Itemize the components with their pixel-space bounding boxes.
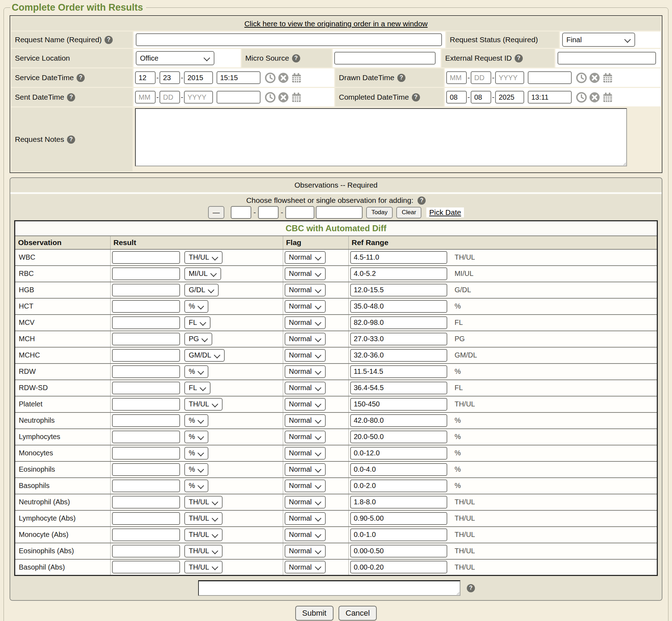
result-input[interactable] xyxy=(112,447,180,460)
result-unit-select[interactable]: TH/UL xyxy=(184,251,223,264)
observation-add-help-icon[interactable]: ? xyxy=(467,584,475,592)
external-request-id-input[interactable] xyxy=(558,52,656,65)
drawn-datetime-clock-icon[interactable] xyxy=(576,72,587,83)
result-input[interactable] xyxy=(112,479,180,492)
result-unit-select[interactable]: FL xyxy=(184,382,210,394)
sent-datetime-clear-icon[interactable] xyxy=(278,92,289,103)
sent-datetime-day-input[interactable] xyxy=(159,91,180,104)
pick-date-link[interactable]: Pick Date xyxy=(426,207,464,217)
completed-datetime-year-input[interactable] xyxy=(495,91,524,104)
remove-flowsheet-button[interactable]: — xyxy=(208,206,224,219)
external-request-id-help-icon[interactable]: ? xyxy=(515,54,523,62)
flag-select[interactable]: Normal xyxy=(285,431,326,443)
flag-select[interactable]: Normal xyxy=(285,300,326,313)
result-input[interactable] xyxy=(112,561,180,573)
result-unit-select[interactable]: FL xyxy=(184,316,210,329)
result-input[interactable] xyxy=(112,267,180,280)
drawn-datetime-clear-icon[interactable] xyxy=(589,72,600,83)
flag-select[interactable]: Normal xyxy=(285,414,326,427)
ref-range-input[interactable] xyxy=(350,382,447,394)
ref-range-input[interactable] xyxy=(350,431,447,443)
request-name-input[interactable] xyxy=(136,33,442,46)
flag-select[interactable]: Normal xyxy=(285,398,326,411)
completed-datetime-help-icon[interactable]: ? xyxy=(412,93,420,101)
flag-select[interactable]: Normal xyxy=(285,382,326,394)
submit-button[interactable]: Submit xyxy=(295,606,334,621)
ref-range-input[interactable] xyxy=(350,496,447,509)
drawn-datetime-year-input[interactable] xyxy=(495,71,524,84)
ref-range-input[interactable] xyxy=(350,528,447,541)
flag-select[interactable]: Normal xyxy=(285,528,326,541)
ref-range-input[interactable] xyxy=(350,447,447,460)
chooser-date-time-input[interactable] xyxy=(316,206,363,219)
drawn-datetime-time-input[interactable] xyxy=(528,71,572,84)
sent-datetime-year-input[interactable] xyxy=(184,91,213,104)
observation-add-input[interactable] xyxy=(198,580,460,596)
ref-range-input[interactable] xyxy=(350,512,447,525)
flag-select[interactable]: Normal xyxy=(285,349,326,362)
ref-range-input[interactable] xyxy=(350,365,447,378)
result-unit-select[interactable]: TH/UL xyxy=(184,545,223,558)
result-unit-select[interactable]: TH/UL xyxy=(184,512,223,525)
completed-datetime-month-input[interactable] xyxy=(446,91,467,104)
result-unit-select[interactable]: % xyxy=(184,431,208,443)
flag-select[interactable]: Normal xyxy=(285,479,326,492)
today-button[interactable]: Today xyxy=(366,207,393,218)
result-unit-select[interactable]: GM/DL xyxy=(184,349,224,362)
service-location-select[interactable]: Office xyxy=(136,51,214,65)
ref-range-input[interactable] xyxy=(350,414,447,427)
sent-datetime-month-input[interactable] xyxy=(135,91,156,104)
result-input[interactable] xyxy=(112,496,180,509)
result-unit-select[interactable]: % xyxy=(184,414,208,427)
request-notes-help-icon[interactable]: ? xyxy=(67,135,75,144)
service-datetime-day-input[interactable] xyxy=(159,71,180,84)
result-unit-select[interactable]: TH/UL xyxy=(184,496,223,509)
chooser-date-day-input[interactable] xyxy=(258,206,279,219)
service-datetime-year-input[interactable] xyxy=(184,71,213,84)
result-input[interactable] xyxy=(112,333,180,345)
sent-datetime-time-input[interactable] xyxy=(217,91,261,104)
service-datetime-clock-icon[interactable] xyxy=(265,72,276,83)
result-input[interactable] xyxy=(112,398,180,411)
drawn-datetime-day-input[interactable] xyxy=(471,71,491,84)
result-unit-select[interactable]: % xyxy=(184,479,208,492)
ref-range-input[interactable] xyxy=(350,349,447,362)
chooser-date-year-input[interactable] xyxy=(285,206,314,219)
result-input[interactable] xyxy=(112,463,180,476)
result-input[interactable] xyxy=(112,414,180,427)
result-unit-select[interactable]: TH/UL xyxy=(184,398,223,411)
ref-range-input[interactable] xyxy=(350,398,447,411)
result-input[interactable] xyxy=(112,382,180,394)
drawn-datetime-help-icon[interactable]: ? xyxy=(397,74,405,82)
completed-datetime-calendar-icon[interactable] xyxy=(602,92,613,103)
result-unit-select[interactable]: % xyxy=(184,447,208,460)
flag-select[interactable]: Normal xyxy=(285,447,326,460)
service-datetime-calendar-icon[interactable] xyxy=(291,72,302,83)
result-input[interactable] xyxy=(112,284,180,296)
ref-range-input[interactable] xyxy=(350,463,447,476)
result-input[interactable] xyxy=(112,545,180,558)
result-unit-select[interactable]: G/DL xyxy=(184,284,219,296)
result-unit-select[interactable]: PG xyxy=(184,333,212,345)
result-unit-select[interactable]: % xyxy=(184,300,208,313)
result-unit-select[interactable]: TH/UL xyxy=(184,528,223,541)
drawn-datetime-calendar-icon[interactable] xyxy=(602,72,613,83)
flag-select[interactable]: Normal xyxy=(285,496,326,509)
result-unit-select[interactable]: MI/UL xyxy=(184,267,221,280)
chooser-date-month-input[interactable] xyxy=(231,206,251,219)
sent-datetime-clock-icon[interactable] xyxy=(265,92,276,103)
sent-datetime-calendar-icon[interactable] xyxy=(291,92,302,103)
flag-select[interactable]: Normal xyxy=(285,545,326,558)
result-input[interactable] xyxy=(112,512,180,525)
completed-datetime-clock-icon[interactable] xyxy=(576,92,587,103)
ref-range-input[interactable] xyxy=(350,316,447,329)
result-unit-select[interactable]: % xyxy=(184,463,208,476)
clear-button[interactable]: Clear xyxy=(396,207,421,218)
result-unit-select[interactable]: TH/UL xyxy=(184,561,223,573)
result-unit-select[interactable]: % xyxy=(184,365,208,378)
service-datetime-clear-icon[interactable] xyxy=(278,72,289,83)
flag-select[interactable]: Normal xyxy=(285,463,326,476)
view-originating-order-link[interactable]: Click here to view the originating order… xyxy=(244,20,427,28)
micro-source-help-icon[interactable]: ? xyxy=(292,54,300,62)
flowsheet-chooser-help-icon[interactable]: ? xyxy=(418,196,426,205)
